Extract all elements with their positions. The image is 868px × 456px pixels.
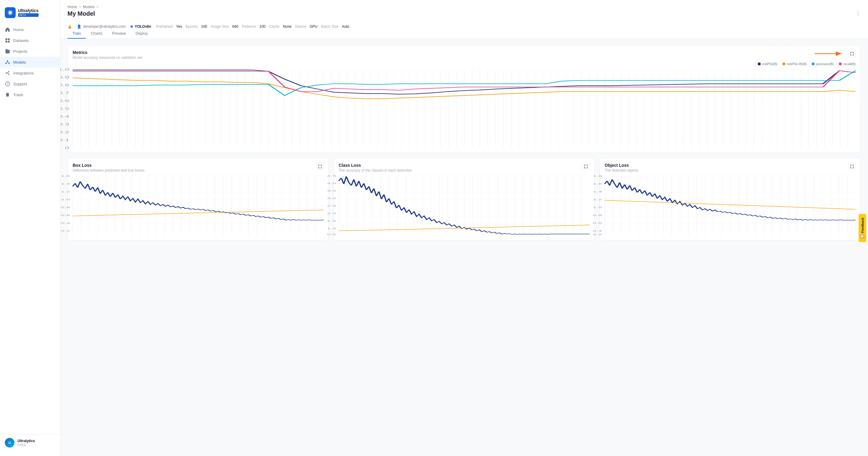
svg-point-6 (7, 60, 8, 61)
svg-text:2.5: 2.5 (327, 204, 336, 207)
svg-text:0.8: 0.8 (61, 206, 70, 209)
sidebar: Ultralytics BETA Home Datasets (0, 0, 60, 456)
svg-point-11 (6, 73, 7, 74)
box-loss-chart-card: Box Loss Difference between predicted an… (67, 158, 329, 240)
metrics-chart-title: Metrics (73, 50, 142, 55)
class-loss-expand-button[interactable] (582, 163, 590, 170)
svg-rect-5 (8, 41, 10, 42)
class-loss-chart-area: 4.5 4.0 3.5 3.0 2.5 2.0 1.5 1.0 0.5 (339, 175, 590, 235)
svg-text:0.2: 0.2 (593, 233, 602, 236)
box-loss-expand-button[interactable] (316, 163, 324, 170)
svg-text:0.1: 0.1 (60, 138, 69, 142)
class-loss-subtitle: The accuracy of the classes in each dete… (339, 168, 412, 172)
sidebar-footer: U Ultralytics FREE (0, 434, 60, 451)
metrics-chart-card: Metrics Model accuracy measured on valid… (67, 45, 861, 153)
svg-point-8 (8, 63, 10, 64)
svg-text:3.5: 3.5 (327, 190, 336, 192)
lock-icon: 🔒 (67, 24, 72, 29)
svg-line-9 (6, 61, 7, 63)
svg-text:4.5: 4.5 (327, 175, 336, 177)
svg-text:1.6: 1.6 (593, 182, 602, 185)
svg-text:4.0: 4.0 (327, 182, 336, 184)
logo-title: Ultralytics (18, 8, 38, 13)
tab-preview[interactable]: Preview (107, 29, 130, 38)
svg-text:0.2: 0.2 (60, 130, 69, 134)
object-loss-expand-button[interactable] (848, 163, 856, 170)
feedback-icon: 💬 (861, 234, 864, 238)
tab-deploy[interactable]: Deploy (131, 29, 153, 38)
sidebar-item-home[interactable]: Home (0, 24, 60, 35)
model-params: Pretrained Yes Epochs 100 Image Size 640… (156, 24, 349, 29)
avatar: U (5, 438, 14, 448)
svg-text:0.7: 0.7 (60, 91, 69, 95)
sidebar-item-trash[interactable]: Trash (0, 89, 60, 100)
metrics-expand-button[interactable] (848, 50, 856, 57)
logo-icon (5, 7, 16, 18)
svg-rect-3 (8, 38, 10, 40)
more-options-button[interactable]: ⋮ (855, 10, 861, 16)
svg-rect-32 (73, 175, 324, 235)
metrics-chart-legend: mAP50(B) mAP50-95(B) precision(B) recall… (73, 62, 856, 66)
user-plan: FREE (18, 443, 35, 447)
svg-text:1.4: 1.4 (593, 190, 602, 193)
support-icon: ? (5, 81, 10, 87)
page-header: Home > Models > My Model ⋮ 🔒 👤 developer… (60, 0, 868, 39)
svg-rect-41 (339, 175, 590, 235)
svg-text:1.2: 1.2 (61, 190, 70, 193)
page-title: My Model (67, 10, 98, 17)
feedback-tab[interactable]: 💬 Feedback (859, 214, 866, 242)
sidebar-item-models[interactable]: Models (0, 57, 60, 67)
metrics-chart-area: 1.0 0.9 0.8 0.7 0.6 0.5 0.4 0.3 0.2 0.1 … (73, 69, 856, 148)
svg-text:1.5: 1.5 (327, 220, 336, 222)
sidebar-item-projects[interactable]: Projects (0, 46, 60, 57)
object-loss-title: Object Loss (604, 163, 638, 168)
tab-train[interactable]: Train (67, 29, 86, 38)
object-loss-subtitle: The detected objects (604, 168, 638, 172)
user-email-icon: 👤 (77, 24, 82, 29)
svg-line-15 (7, 73, 8, 74)
breadcrumb-home[interactable]: Home (67, 5, 77, 9)
svg-text:0.5: 0.5 (60, 107, 69, 110)
datasets-icon (5, 38, 10, 43)
tab-bar: Train Charts Preview Deploy (67, 29, 861, 38)
svg-text:1.0: 1.0 (60, 67, 69, 71)
svg-text:0.8: 0.8 (593, 214, 602, 217)
svg-line-10 (7, 61, 9, 63)
svg-rect-4 (5, 41, 7, 42)
model-architecture-badge: YOLOv8n (130, 24, 151, 29)
object-loss-chart-card: Object Loss The detected objects 1.8 (599, 158, 861, 240)
sidebar-nav: Home Datasets Projects (0, 24, 60, 434)
svg-point-1 (9, 11, 12, 14)
svg-text:3.0: 3.0 (327, 197, 336, 200)
main-charts-content: Metrics Model accuracy measured on valid… (60, 39, 868, 251)
svg-text:1.0: 1.0 (593, 206, 602, 209)
svg-text:0.8: 0.8 (60, 83, 69, 87)
svg-text:0.3: 0.3 (60, 122, 69, 126)
tab-charts[interactable]: Charts (86, 29, 107, 38)
breadcrumb: Home > Models > (67, 5, 98, 9)
integrations-icon (5, 70, 10, 76)
svg-text:0.4: 0.4 (60, 115, 69, 118)
svg-text:1.8: 1.8 (593, 175, 602, 177)
breadcrumb-models[interactable]: Models (83, 5, 95, 9)
svg-text:1.0: 1.0 (327, 227, 336, 230)
projects-icon (5, 49, 10, 54)
svg-text:1.4: 1.4 (61, 182, 70, 185)
metrics-chart-subtitle: Model accuracy measured on validation se… (73, 56, 142, 60)
user-name: Ultralytics (18, 439, 35, 443)
box-loss-subtitle: Difference between predicted and true bo… (73, 168, 145, 172)
sidebar-item-datasets[interactable]: Datasets (0, 35, 60, 46)
svg-text:1.2: 1.2 (593, 198, 602, 201)
svg-text:?: ? (7, 82, 8, 86)
svg-text:0.4: 0.4 (593, 229, 602, 232)
svg-point-12 (8, 71, 9, 73)
svg-point-7 (5, 63, 7, 64)
sidebar-item-integrations[interactable]: Integrations (0, 67, 60, 78)
sidebar-item-support[interactable]: ? Support (0, 78, 60, 89)
svg-text:0: 0 (65, 146, 69, 150)
svg-point-13 (8, 74, 9, 75)
svg-text:0.9: 0.9 (60, 76, 69, 79)
box-loss-title: Box Loss (73, 163, 145, 168)
svg-rect-2 (5, 38, 7, 40)
svg-text:1.0: 1.0 (61, 198, 70, 201)
